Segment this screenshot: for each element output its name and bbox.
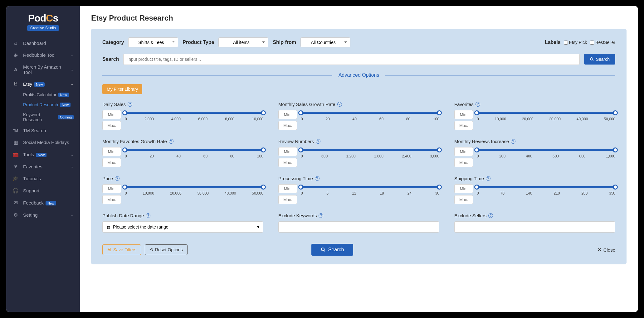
ship-from-select[interactable]: All Countries [300, 37, 350, 47]
min-input[interactable] [454, 147, 473, 156]
help-icon[interactable]: ? [146, 213, 150, 218]
min-input[interactable] [454, 110, 473, 119]
sidebar-item-redbubble[interactable]: ◉ Redbubble Tool ⌄ [6, 49, 80, 61]
slider-handle-max[interactable] [261, 147, 266, 152]
exclude-sellers-input[interactable] [454, 221, 615, 233]
search-label: Search [102, 56, 119, 62]
slider-handle-min[interactable] [474, 185, 479, 190]
slider-handle-min[interactable] [298, 147, 303, 152]
search-button-main[interactable]: Search [311, 244, 354, 256]
max-input[interactable] [454, 158, 473, 167]
graduation-icon: 🎓 [12, 176, 19, 181]
min-input[interactable] [278, 147, 297, 156]
max-input[interactable] [278, 158, 297, 167]
product-type-select[interactable]: All items [218, 37, 268, 47]
range-slider[interactable] [125, 149, 263, 151]
chevron-down-icon: ⌄ [71, 53, 74, 57]
min-input[interactable] [102, 110, 121, 119]
max-input[interactable] [454, 121, 473, 130]
sidebar-sub-product-research[interactable]: Product ResearchNew [23, 100, 80, 110]
min-input[interactable] [102, 147, 121, 156]
slider-handle-max[interactable] [437, 110, 442, 115]
heart-icon: ♥ [12, 164, 19, 169]
help-icon[interactable]: ? [486, 176, 490, 181]
slider-handle-max[interactable] [437, 147, 442, 152]
search-input[interactable] [123, 54, 579, 65]
sidebar-sub-keyword[interactable]: Keyword ResearchComing [23, 110, 80, 125]
slider-handle-min[interactable] [122, 185, 127, 190]
slider-handle-max[interactable] [613, 147, 618, 152]
min-input[interactable] [102, 184, 121, 193]
sidebar-item-feedback[interactable]: ✉ FeedbackNew [6, 197, 80, 209]
help-icon[interactable]: ? [488, 213, 493, 218]
range-slider[interactable] [125, 186, 263, 188]
slider-handle-max[interactable] [261, 110, 266, 115]
help-icon[interactable]: ? [337, 102, 342, 107]
slider-handle-max[interactable] [437, 185, 442, 190]
max-input[interactable] [102, 195, 121, 204]
slider-handle-min[interactable] [298, 110, 303, 115]
slider-handle-min[interactable] [474, 147, 479, 152]
filter-daily-sales: Daily Sales?02,0004,0006,0008,00010,000 [102, 102, 263, 130]
exclude-keywords-label: Exclude Keywords ? [278, 213, 439, 218]
sidebar-item-tm[interactable]: TM TM Search [6, 125, 80, 136]
max-input[interactable] [102, 121, 121, 130]
min-input[interactable] [278, 184, 297, 193]
help-icon[interactable]: ? [128, 102, 132, 107]
filter-library-button[interactable]: My Fliter Library [102, 84, 142, 94]
max-input[interactable] [102, 158, 121, 167]
exclude-keywords-input[interactable] [278, 221, 439, 233]
reset-button[interactable]: ⟲ Reset Options [145, 244, 188, 255]
help-icon[interactable]: ? [476, 102, 480, 107]
range-slider[interactable] [301, 186, 439, 188]
save-icon: 🖫 [107, 247, 111, 252]
search-icon [321, 247, 326, 252]
range-slider[interactable] [301, 149, 439, 151]
date-range-select[interactable]: ▦ Please select the date range ▾ [102, 221, 263, 233]
sidebar-item-dashboard[interactable]: ⌂ Dashboard [6, 37, 80, 49]
sidebar-item-holidays[interactable]: ▦ Social Media Holidays [6, 136, 80, 148]
slider-handle-max[interactable] [613, 110, 618, 115]
sidebar-item-setting[interactable]: ⚙ Setting ⌄ [6, 209, 80, 221]
min-input[interactable] [454, 184, 473, 193]
range-slider[interactable] [477, 112, 615, 114]
sidebar-item-merch[interactable]: a Merch By Amazon Tool ⌄ [6, 61, 80, 78]
category-select[interactable]: Shirts & Tees [128, 37, 178, 47]
sidebar-item-support[interactable]: 🎧 Support [6, 185, 80, 197]
sidebar-sub-profits[interactable]: Profits CalculatorNew [23, 90, 80, 100]
help-icon[interactable]: ? [169, 139, 173, 144]
save-filters-button[interactable]: 🖫 Save Filters [102, 244, 141, 255]
max-input[interactable] [454, 195, 473, 204]
amazon-icon: a [12, 67, 19, 72]
min-input[interactable] [278, 110, 297, 119]
slider-handle-min[interactable] [122, 147, 127, 152]
category-label: Category [102, 40, 124, 45]
range-slider[interactable] [477, 186, 615, 188]
max-input[interactable] [278, 195, 297, 204]
sidebar-item-tutorials[interactable]: 🎓 Tutorials [6, 172, 80, 185]
search-button[interactable]: Search [584, 54, 615, 65]
calendar-icon: ▦ [12, 139, 19, 145]
help-icon[interactable]: ? [315, 176, 320, 181]
range-slider[interactable] [301, 112, 439, 114]
filter-shipping-time: Shipping Time?070140210280350 [454, 176, 615, 204]
max-input[interactable] [278, 121, 297, 130]
help-icon[interactable]: ? [511, 139, 515, 144]
slider-handle-min[interactable] [122, 110, 127, 115]
bestseller-checkbox[interactable]: BestSeller [590, 40, 615, 45]
close-button[interactable]: ✕ Close [598, 247, 615, 253]
etsy-pick-checkbox[interactable]: Etsy Pick [564, 40, 587, 45]
slider-handle-min[interactable] [298, 185, 303, 190]
range-slider[interactable] [477, 149, 615, 151]
sidebar-item-etsy[interactable]: E EtsyNew ⌄ [6, 78, 80, 90]
slider-handle-min[interactable] [474, 110, 479, 115]
svg-line-1 [592, 60, 593, 61]
sidebar-item-tools[interactable]: 🧰 ToolsNew ⌄ [6, 148, 80, 161]
range-slider[interactable] [125, 112, 263, 114]
slider-handle-max[interactable] [261, 185, 266, 190]
help-icon[interactable]: ? [316, 139, 320, 144]
help-icon[interactable]: ? [115, 176, 120, 181]
slider-handle-max[interactable] [613, 185, 618, 190]
help-icon[interactable]: ? [319, 213, 323, 218]
sidebar-item-favorites[interactable]: ♥ Favorites ⌄ [6, 161, 80, 172]
